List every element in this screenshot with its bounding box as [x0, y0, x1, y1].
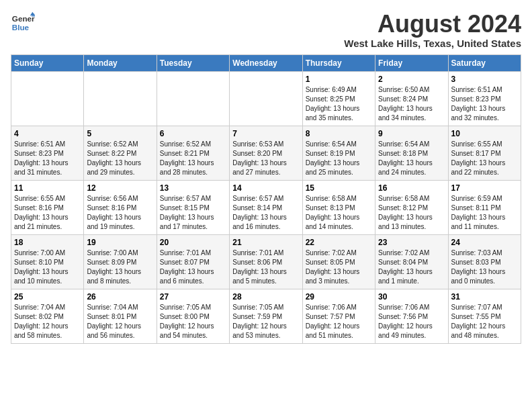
- calendar-cell: 12Sunrise: 6:56 AM Sunset: 8:16 PM Dayli…: [84, 180, 157, 234]
- day-info: Sunrise: 7:00 AM Sunset: 8:09 PM Dayligh…: [87, 248, 153, 286]
- col-header-monday: Monday: [84, 54, 157, 71]
- calendar-week-4: 18Sunrise: 7:00 AM Sunset: 8:10 PM Dayli…: [11, 234, 521, 289]
- calendar-cell: 21Sunrise: 7:01 AM Sunset: 8:06 PM Dayli…: [230, 234, 302, 289]
- day-info: Sunrise: 6:52 AM Sunset: 8:22 PM Dayligh…: [87, 140, 153, 177]
- calendar-cell: 24Sunrise: 7:03 AM Sunset: 8:03 PM Dayli…: [448, 234, 521, 289]
- day-number: 26: [87, 292, 153, 302]
- calendar-cell: 18Sunrise: 7:00 AM Sunset: 8:10 PM Dayli…: [11, 234, 84, 289]
- day-number: 15: [306, 183, 372, 193]
- day-info: Sunrise: 6:49 AM Sunset: 8:25 PM Dayligh…: [306, 85, 372, 123]
- day-info: Sunrise: 7:01 AM Sunset: 8:06 PM Dayligh…: [232, 248, 299, 286]
- day-number: 22: [306, 238, 372, 247]
- calendar-cell: 2Sunrise: 6:50 AM Sunset: 8:24 PM Daylig…: [375, 71, 448, 126]
- col-header-saturday: Saturday: [448, 54, 521, 71]
- day-info: Sunrise: 7:03 AM Sunset: 8:03 PM Dayligh…: [451, 248, 518, 286]
- day-number: 5: [87, 129, 153, 138]
- day-info: Sunrise: 6:56 AM Sunset: 8:16 PM Dayligh…: [87, 194, 153, 232]
- day-number: 30: [378, 292, 445, 302]
- day-info: Sunrise: 7:05 AM Sunset: 8:00 PM Dayligh…: [160, 303, 226, 340]
- day-number: 13: [160, 183, 226, 193]
- day-info: Sunrise: 6:57 AM Sunset: 8:15 PM Dayligh…: [160, 194, 226, 232]
- month-year-title: August 2024: [344, 11, 521, 38]
- calendar-week-1: 1Sunrise: 6:49 AM Sunset: 8:25 PM Daylig…: [11, 71, 521, 126]
- calendar-cell: 29Sunrise: 7:06 AM Sunset: 7:57 PM Dayli…: [302, 289, 375, 343]
- svg-text:Blue: Blue: [12, 23, 30, 32]
- calendar-cell: 3Sunrise: 6:51 AM Sunset: 8:23 PM Daylig…: [448, 71, 521, 126]
- day-info: Sunrise: 7:05 AM Sunset: 7:59 PM Dayligh…: [232, 303, 299, 340]
- day-info: Sunrise: 6:55 AM Sunset: 8:16 PM Dayligh…: [14, 194, 81, 232]
- day-info: Sunrise: 6:59 AM Sunset: 8:11 PM Dayligh…: [451, 194, 518, 232]
- calendar-week-3: 11Sunrise: 6:55 AM Sunset: 8:16 PM Dayli…: [11, 180, 521, 234]
- day-number: 14: [232, 183, 299, 193]
- day-info: Sunrise: 6:54 AM Sunset: 8:19 PM Dayligh…: [306, 140, 372, 177]
- day-number: 1: [306, 75, 372, 84]
- calendar-cell: 10Sunrise: 6:55 AM Sunset: 8:17 PM Dayli…: [448, 126, 521, 180]
- col-header-tuesday: Tuesday: [157, 54, 229, 71]
- day-number: 17: [451, 183, 518, 193]
- day-number: 24: [451, 238, 518, 247]
- calendar-cell: 31Sunrise: 7:07 AM Sunset: 7:55 PM Dayli…: [448, 289, 521, 343]
- day-number: 9: [378, 129, 445, 138]
- calendar-header-row: SundayMondayTuesdayWednesdayThursdayFrid…: [11, 54, 521, 71]
- day-number: 18: [14, 238, 81, 247]
- calendar-cell: 7Sunrise: 6:53 AM Sunset: 8:20 PM Daylig…: [230, 126, 302, 180]
- day-info: Sunrise: 7:06 AM Sunset: 7:56 PM Dayligh…: [378, 303, 445, 340]
- calendar-cell: 15Sunrise: 6:58 AM Sunset: 8:13 PM Dayli…: [302, 180, 375, 234]
- calendar-cell: [84, 71, 157, 126]
- day-info: Sunrise: 7:04 AM Sunset: 8:02 PM Dayligh…: [14, 303, 81, 340]
- col-header-sunday: Sunday: [11, 54, 84, 71]
- calendar-week-5: 25Sunrise: 7:04 AM Sunset: 8:02 PM Dayli…: [11, 289, 521, 343]
- day-number: 19: [87, 238, 153, 247]
- day-number: 27: [160, 292, 226, 302]
- day-number: 21: [232, 238, 299, 247]
- day-number: 12: [87, 183, 153, 193]
- calendar-cell: [11, 71, 84, 126]
- day-number: 4: [14, 129, 81, 138]
- day-info: Sunrise: 7:02 AM Sunset: 8:05 PM Dayligh…: [306, 248, 372, 286]
- calendar-cell: [230, 71, 302, 126]
- calendar-cell: 19Sunrise: 7:00 AM Sunset: 8:09 PM Dayli…: [84, 234, 157, 289]
- calendar-cell: 13Sunrise: 6:57 AM Sunset: 8:15 PM Dayli…: [157, 180, 229, 234]
- calendar-cell: 30Sunrise: 7:06 AM Sunset: 7:56 PM Dayli…: [375, 289, 448, 343]
- day-info: Sunrise: 6:55 AM Sunset: 8:17 PM Dayligh…: [451, 140, 518, 177]
- day-number: 20: [160, 238, 226, 247]
- day-number: 29: [306, 292, 372, 302]
- calendar-cell: 1Sunrise: 6:49 AM Sunset: 8:25 PM Daylig…: [302, 71, 375, 126]
- day-number: 25: [14, 292, 81, 302]
- day-info: Sunrise: 6:53 AM Sunset: 8:20 PM Dayligh…: [232, 140, 299, 177]
- calendar-cell: 6Sunrise: 6:52 AM Sunset: 8:21 PM Daylig…: [157, 126, 229, 180]
- day-number: 10: [451, 129, 518, 138]
- day-number: 16: [378, 183, 445, 193]
- calendar-cell: 26Sunrise: 7:04 AM Sunset: 8:01 PM Dayli…: [84, 289, 157, 343]
- day-number: 28: [232, 292, 299, 302]
- calendar-cell: 28Sunrise: 7:05 AM Sunset: 7:59 PM Dayli…: [230, 289, 302, 343]
- calendar-cell: 8Sunrise: 6:54 AM Sunset: 8:19 PM Daylig…: [302, 126, 375, 180]
- calendar-cell: 11Sunrise: 6:55 AM Sunset: 8:16 PM Dayli…: [11, 180, 84, 234]
- day-info: Sunrise: 7:04 AM Sunset: 8:01 PM Dayligh…: [87, 303, 153, 340]
- day-number: 8: [306, 129, 372, 138]
- day-info: Sunrise: 6:51 AM Sunset: 8:23 PM Dayligh…: [451, 85, 518, 123]
- calendar-cell: 23Sunrise: 7:02 AM Sunset: 8:04 PM Dayli…: [375, 234, 448, 289]
- day-info: Sunrise: 7:01 AM Sunset: 8:07 PM Dayligh…: [160, 248, 226, 286]
- calendar-cell: 9Sunrise: 6:54 AM Sunset: 8:18 PM Daylig…: [375, 126, 448, 180]
- calendar-cell: 5Sunrise: 6:52 AM Sunset: 8:22 PM Daylig…: [84, 126, 157, 180]
- day-number: 6: [160, 129, 226, 138]
- day-number: 2: [378, 75, 445, 84]
- calendar-table: SundayMondayTuesdayWednesdayThursdayFrid…: [11, 54, 521, 344]
- calendar-cell: [157, 71, 229, 126]
- day-info: Sunrise: 6:50 AM Sunset: 8:24 PM Dayligh…: [378, 85, 445, 123]
- col-header-friday: Friday: [375, 54, 448, 71]
- logo: General Blue: [11, 11, 35, 35]
- calendar-cell: 14Sunrise: 6:57 AM Sunset: 8:14 PM Dayli…: [230, 180, 302, 234]
- calendar-cell: 20Sunrise: 7:01 AM Sunset: 8:07 PM Dayli…: [157, 234, 229, 289]
- day-info: Sunrise: 6:52 AM Sunset: 8:21 PM Dayligh…: [160, 140, 226, 177]
- day-info: Sunrise: 7:07 AM Sunset: 7:55 PM Dayligh…: [451, 303, 518, 340]
- day-info: Sunrise: 6:57 AM Sunset: 8:14 PM Dayligh…: [232, 194, 299, 232]
- col-header-thursday: Thursday: [302, 54, 375, 71]
- day-info: Sunrise: 7:06 AM Sunset: 7:57 PM Dayligh…: [306, 303, 372, 340]
- page-header: General Blue August 2024 West Lake Hills…: [11, 11, 521, 49]
- calendar-cell: 27Sunrise: 7:05 AM Sunset: 8:00 PM Dayli…: [157, 289, 229, 343]
- location-subtitle: West Lake Hills, Texas, United States: [344, 38, 521, 49]
- day-number: 11: [14, 183, 81, 193]
- day-info: Sunrise: 7:00 AM Sunset: 8:10 PM Dayligh…: [14, 248, 81, 286]
